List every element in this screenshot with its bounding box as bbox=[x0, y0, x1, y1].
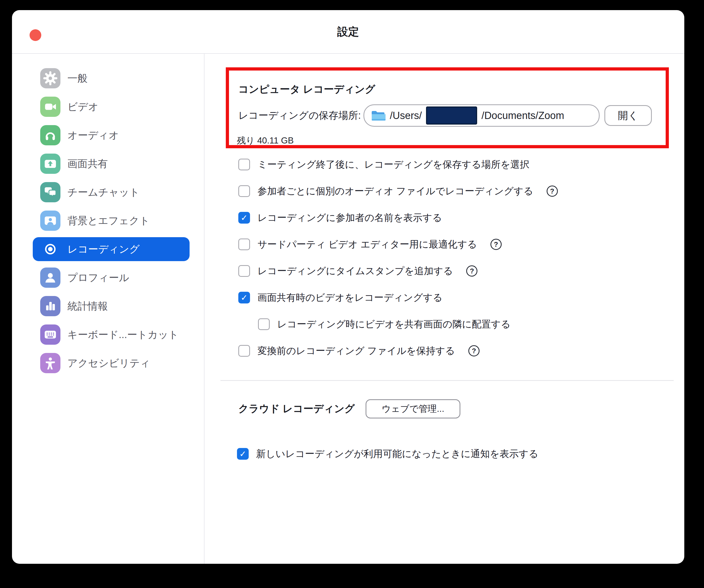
gear-icon bbox=[40, 68, 60, 88]
option-row[interactable]: 変換前のレコーディング ファイルを保持する? bbox=[238, 337, 558, 364]
option-row[interactable]: 参加者ごとに個別のオーディオ ファイルでレコーディングする? bbox=[238, 178, 558, 204]
help-icon[interactable]: ? bbox=[466, 265, 477, 276]
cloud-notify-option: ✓新しいレコーディングが利用可能になったときに通知を表示する bbox=[237, 441, 538, 467]
option-row[interactable]: レコーディングにタイムスタンプを追加する? bbox=[238, 258, 558, 284]
option-label: ミーティング終了後に、レコーディングを保存する場所を選択 bbox=[257, 158, 530, 171]
sidebar-item-screen-share[interactable]: 画面共有 bbox=[33, 152, 190, 176]
recording-location-label: レコーディングの保存場所: bbox=[238, 104, 361, 127]
sidebar-item-chat-bubbles[interactable]: チームチャット bbox=[33, 180, 190, 204]
checkbox-unchecked[interactable] bbox=[238, 159, 250, 170]
checkbox-checked[interactable]: ✓ bbox=[238, 292, 250, 304]
sidebar-item-label: チームチャット bbox=[67, 186, 139, 199]
checkbox-checked[interactable]: ✓ bbox=[238, 212, 250, 223]
sidebar-item-background-effects[interactable]: 背景とエフェクト bbox=[33, 209, 190, 233]
close-button[interactable] bbox=[30, 29, 41, 41]
sidebar-item-gear[interactable]: 一般 bbox=[33, 66, 190, 90]
sidebar-item-label: アクセシビリティ bbox=[67, 356, 150, 370]
checkbox-checked[interactable]: ✓ bbox=[237, 448, 249, 460]
redacted-username bbox=[426, 107, 477, 125]
option-row[interactable]: レコーディング時にビデオを共有画面の隣に配置する bbox=[238, 311, 558, 337]
sidebar-item-label: オーディオ bbox=[67, 129, 119, 142]
checkbox-unchecked[interactable] bbox=[238, 265, 250, 277]
window-title: 設定 bbox=[337, 24, 359, 39]
sidebar-item-label: 一般 bbox=[67, 72, 87, 85]
option-row[interactable]: ✓画面共有時のビデオをレコーディングする bbox=[238, 284, 558, 311]
settings-window: 設定 一般ビデオオーディオ画面共有チームチャット背景とエフェクトレコーディングプ… bbox=[12, 10, 684, 564]
sidebar-item-statistics[interactable]: 統計情報 bbox=[33, 294, 190, 318]
path-prefix: /Users/ bbox=[390, 110, 422, 121]
option-row[interactable]: ✓レコーディングに参加者の名前を表示する bbox=[238, 204, 558, 231]
help-icon[interactable]: ? bbox=[547, 186, 558, 197]
path-suffix: /Documents/Zoom bbox=[481, 110, 564, 121]
section-divider bbox=[221, 380, 673, 381]
option-label: 変換前のレコーディング ファイルを保持する bbox=[257, 344, 455, 357]
accessibility-icon bbox=[40, 353, 60, 373]
background-effects-icon bbox=[40, 210, 60, 231]
recording-path-field[interactable]: /Users/ /Documents/Zoom bbox=[363, 104, 600, 127]
record-icon bbox=[40, 239, 60, 259]
profile-icon bbox=[40, 267, 60, 288]
screen-share-icon bbox=[40, 153, 60, 174]
checkbox-unchecked[interactable] bbox=[238, 239, 250, 250]
sidebar-item-label: キーボード...ートカット bbox=[67, 328, 179, 341]
title-bar: 設定 bbox=[12, 10, 684, 54]
remaining-storage: 残り 40.11 GB bbox=[237, 135, 294, 147]
recording-options-list: ミーティング終了後に、レコーディングを保存する場所を選択参加者ごとに個別のオーデ… bbox=[238, 151, 558, 364]
sidebar-item-label: 画面共有 bbox=[67, 157, 108, 171]
help-icon[interactable]: ? bbox=[490, 239, 502, 250]
checkbox-unchecked[interactable] bbox=[258, 318, 270, 330]
option-label: サードパーティ ビデオ エディター用に最適化する bbox=[257, 238, 477, 251]
sidebar-item-record[interactable]: レコーディング bbox=[33, 237, 190, 261]
sidebar-item-label: ビデオ bbox=[67, 100, 99, 114]
option-label: 新しいレコーディングが利用可能になったときに通知を表示する bbox=[256, 448, 538, 460]
open-button[interactable]: 開く bbox=[604, 105, 652, 126]
option-label: 参加者ごとに個別のオーディオ ファイルでレコーディングする bbox=[257, 185, 533, 198]
sidebar-item-accessibility[interactable]: アクセシビリティ bbox=[33, 351, 190, 375]
option-label: 画面共有時のビデオをレコーディングする bbox=[257, 291, 443, 304]
chat-bubbles-icon bbox=[40, 182, 60, 202]
option-row[interactable]: ✓新しいレコーディングが利用可能になったときに通知を表示する bbox=[237, 441, 538, 467]
sidebar-item-keyboard[interactable]: キーボード...ートカット bbox=[33, 323, 190, 346]
sidebar: 一般ビデオオーディオ画面共有チームチャット背景とエフェクトレコーディングプロフィ… bbox=[12, 54, 204, 564]
option-label: レコーディングにタイムスタンプを追加する bbox=[257, 265, 453, 278]
checkbox-unchecked[interactable] bbox=[238, 345, 250, 357]
sidebar-item-video-camera[interactable]: ビデオ bbox=[33, 95, 190, 119]
help-icon[interactable]: ? bbox=[468, 345, 479, 356]
sidebar-item-label: 統計情報 bbox=[67, 300, 108, 313]
keyboard-icon bbox=[40, 324, 60, 345]
option-label: レコーディングに参加者の名前を表示する bbox=[257, 211, 442, 224]
sidebar-item-label: プロフィール bbox=[67, 271, 129, 284]
option-label: レコーディング時にビデオを共有画面の隣に配置する bbox=[277, 318, 511, 331]
cloud-recording-heading: クラウド レコーディング bbox=[238, 402, 355, 415]
computer-recording-heading: コンピュータ レコーディング bbox=[238, 82, 375, 96]
folder-icon bbox=[371, 110, 386, 122]
video-camera-icon bbox=[40, 96, 60, 117]
sidebar-item-profile[interactable]: プロフィール bbox=[33, 266, 190, 289]
headphones-icon bbox=[40, 125, 60, 145]
option-row[interactable]: サードパーティ ビデオ エディター用に最適化する? bbox=[238, 231, 558, 258]
sidebar-item-headphones[interactable]: オーディオ bbox=[33, 123, 190, 147]
sidebar-item-label: レコーディング bbox=[67, 243, 139, 256]
option-row[interactable]: ミーティング終了後に、レコーディングを保存する場所を選択 bbox=[238, 151, 558, 178]
checkbox-unchecked[interactable] bbox=[238, 185, 250, 197]
sidebar-item-label: 背景とエフェクト bbox=[67, 214, 150, 227]
statistics-icon bbox=[40, 296, 60, 316]
manage-on-web-button[interactable]: ウェブで管理... bbox=[366, 399, 460, 418]
